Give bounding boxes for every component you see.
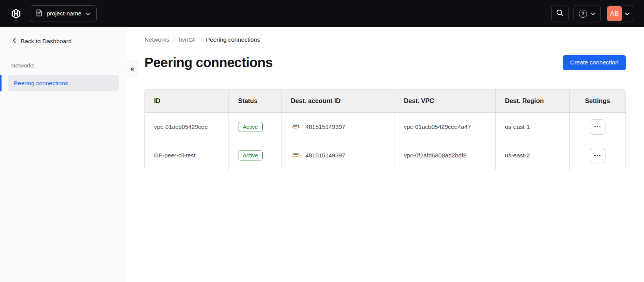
sidebar-item-label: Peering connections (14, 80, 68, 87)
back-label: Back to Dashboard (21, 38, 72, 45)
page-title: Peering connections (144, 55, 273, 70)
cell-dest-account: aws 481515149397 (291, 123, 385, 131)
breadcrumb: Networks / hvnGF / Peering connections (144, 36, 626, 43)
cell-id: vpc-01acb05429cee (145, 113, 229, 141)
sidebar-item-peering-connections[interactable]: Peering connections (8, 75, 119, 91)
active-indicator (0, 75, 2, 91)
column-header-status: Status (229, 89, 282, 113)
row-actions-button[interactable] (590, 148, 605, 163)
breadcrumb-separator: / (200, 36, 202, 43)
ellipsis-icon (594, 126, 600, 128)
app-body: Back to Dashboard Networks Peering conne… (0, 27, 644, 282)
status-badge: Active (238, 150, 263, 160)
user-menu-button[interactable]: AB (606, 5, 633, 22)
project-switcher-button[interactable]: project-name (30, 5, 97, 22)
collapse-sidebar-button[interactable]: « (127, 61, 138, 77)
aws-icon: aws (291, 152, 301, 159)
back-to-dashboard-link[interactable]: Back to Dashboard (0, 27, 127, 45)
sidebar-section-label: Networks (11, 62, 127, 69)
column-header-dest-vpc: Dest. VPC (394, 89, 496, 113)
create-connection-button[interactable]: Create connection (563, 55, 626, 70)
avatar: AB (607, 6, 622, 21)
breadcrumb-item-hvngf[interactable]: hvnGF (179, 36, 197, 43)
chevron-down-icon (590, 11, 595, 17)
cell-id: GF-peer-cli-test (145, 141, 229, 170)
chevron-down-icon (86, 10, 91, 17)
cell-dest-region: us-east-1 (496, 113, 570, 141)
breadcrumb-item-networks[interactable]: Networks (144, 36, 169, 43)
cell-dest-vpc: vpc-0f2afd6808ad2bdf8 (394, 141, 496, 170)
column-header-id: ID (145, 89, 229, 113)
sidebar-nav: Peering connections (0, 75, 127, 91)
document-icon (36, 9, 42, 18)
table-header-row: ID Status Dest. account ID Dest. VPC Des… (145, 89, 626, 113)
aws-icon: aws (291, 123, 301, 131)
aws-icon-label: aws (293, 123, 299, 127)
table-row: vpc-01acb05429cee Active aws (145, 113, 626, 141)
collapse-icon: « (130, 65, 134, 73)
project-name-label: project-name (47, 10, 81, 17)
search-button[interactable] (551, 5, 569, 22)
cell-dest-account: aws 481515149397 (291, 152, 385, 159)
chevron-left-icon (13, 38, 16, 45)
cell-dest-region: us-east-2 (496, 141, 570, 170)
row-actions-button[interactable] (590, 119, 605, 135)
top-navbar: project-name ? AB (0, 0, 644, 27)
navbar-right-cluster: ? AB (551, 5, 633, 22)
main-content: Networks / hvnGF / Peering connections P… (127, 27, 644, 282)
account-id-value: 481515149397 (305, 123, 345, 130)
help-menu-button[interactable]: ? (574, 5, 601, 22)
hashicorp-logo-icon (11, 8, 21, 19)
breadcrumb-item-current: Peering connections (206, 36, 260, 43)
help-icon: ? (579, 10, 587, 18)
table-row: GF-peer-cli-test Active aws (145, 141, 626, 170)
status-badge: Active (238, 122, 263, 132)
column-header-dest-region: Dest. Region (496, 89, 570, 113)
cell-dest-vpc: vpc-01acb05429cee4a47 (394, 113, 496, 141)
chevron-down-icon (625, 11, 630, 17)
page-header: Peering connections Create connection (144, 55, 626, 70)
breadcrumb-separator: / (173, 36, 175, 43)
aws-icon-label: aws (293, 152, 299, 155)
column-header-dest-account-id: Dest. account ID (281, 89, 394, 113)
peering-connections-table: ID Status Dest. account ID Dest. VPC Des… (144, 89, 626, 170)
sidebar: Back to Dashboard Networks Peering conne… (0, 27, 127, 282)
account-id-value: 481515149397 (305, 152, 345, 159)
column-header-settings: Settings (569, 89, 626, 113)
ellipsis-icon (594, 155, 600, 156)
search-icon (556, 9, 564, 18)
